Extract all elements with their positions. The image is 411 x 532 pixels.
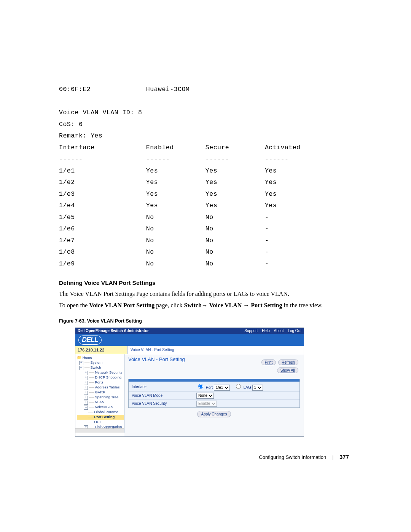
body-paragraph-1: The Voice VLAN Port Settings Page contai… <box>59 289 352 299</box>
apply-changes-button[interactable]: Apply Changes <box>197 411 231 417</box>
print-button[interactable]: Print <box>261 359 276 365</box>
body-paragraph-2: To open the Voice VLAN Port Setting page… <box>59 301 352 310</box>
tree-oui[interactable]: ──OUI <box>77 420 124 425</box>
app-titlebar: Dell OpenManage Switch Administrator Sup… <box>75 328 304 334</box>
logo-strip: DELL <box>75 334 304 346</box>
tree-system[interactable]: +──System <box>77 360 124 365</box>
label-security: Voice VLAN Security <box>132 401 196 406</box>
tree-home[interactable]: 📁 Home <box>77 355 124 360</box>
row-security: Voice VLAN Security Enable <box>129 399 299 407</box>
label-port: Port <box>206 385 213 390</box>
tree-ports[interactable]: +──Ports <box>77 380 124 385</box>
breadcrumb: Voice VLAN - Port Setting <box>127 346 304 354</box>
app-title: Dell OpenManage Switch Administrator <box>78 329 149 333</box>
cli-output: 00:0F:E2 Huawei-3COM Voice VLAN VLAN ID:… <box>59 84 352 270</box>
refresh-button[interactable]: Refresh <box>278 359 298 365</box>
app-window: Dell OpenManage Switch Administrator Sup… <box>75 328 304 437</box>
dell-logo: DELL <box>78 335 102 345</box>
show-all-button[interactable]: Show All <box>277 367 298 373</box>
titlebar-links: Support Help About Log Out <box>241 329 301 333</box>
about-link[interactable]: About <box>274 329 284 333</box>
footer-page-number: 377 <box>339 454 349 460</box>
radio-port[interactable] <box>198 384 203 389</box>
tree-global-parameters[interactable]: ──Global Parame <box>77 410 124 415</box>
tree-scrollbar[interactable] <box>75 428 124 433</box>
nav-tree[interactable]: 📁 Home +──System –──Switch +──Network Se… <box>75 354 124 433</box>
radio-lag[interactable] <box>236 384 241 389</box>
tree-address-tables[interactable]: +──Address Tables <box>77 385 124 390</box>
select-mode[interactable]: None <box>196 393 214 399</box>
ip-address: 176.210.11.22 <box>75 346 127 354</box>
content-pane: Voice VLAN - Port Setting Print Refresh … <box>124 354 304 436</box>
tree-port-setting[interactable]: ──Port Setting <box>77 415 124 420</box>
logout-link[interactable]: Log Out <box>288 329 301 333</box>
tree-garp[interactable]: +──GARP <box>77 390 124 395</box>
tree-network-security[interactable]: +──Network Security <box>77 370 124 375</box>
page-footer: Configuring Switch Information | 377 <box>59 454 352 460</box>
row-interface: Interface Port 1/e1 LAG 1 <box>129 382 299 391</box>
label-interface: Interface <box>132 385 196 389</box>
tree-dhcp-snooping[interactable]: +──DHCP Snooping <box>77 375 124 380</box>
tree-voicevlan[interactable]: –──VoiceVLAN <box>77 405 124 410</box>
footer-section: Configuring Switch Information <box>259 454 326 460</box>
select-port[interactable]: 1/e1 <box>214 385 230 391</box>
row-mode: Voice VLAN Mode None <box>129 391 299 399</box>
help-link[interactable]: Help <box>262 329 270 333</box>
select-security[interactable]: Enable <box>196 401 217 407</box>
support-link[interactable]: Support <box>244 329 258 333</box>
label-lag: LAG <box>244 385 251 390</box>
form-block: Interface Port 1/e1 LAG 1 Voice VLAN <box>128 379 300 408</box>
figure-caption: Figure 7-63. Voice VLAN Port Setting <box>59 318 352 324</box>
section-heading: Defining Voice VLAN Port Settings <box>59 280 352 286</box>
tree-switch[interactable]: –──Switch <box>77 365 124 370</box>
tree-spanning-tree[interactable]: +──Spanning Tree <box>77 395 124 400</box>
tree-vlan[interactable]: +──VLAN <box>77 400 124 405</box>
select-lag[interactable]: 1 <box>252 385 263 391</box>
label-mode: Voice VLAN Mode <box>132 393 196 398</box>
